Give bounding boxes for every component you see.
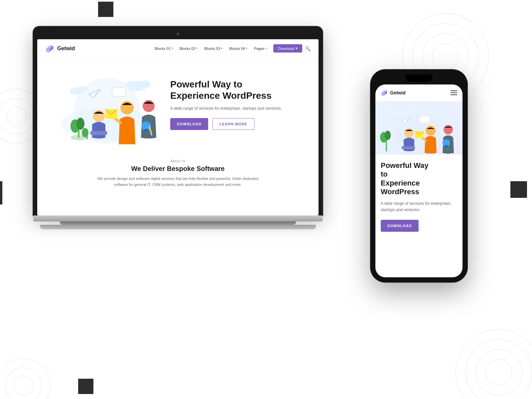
laptop-about-label: About Us bbox=[51, 159, 305, 163]
phone-hero-subtitle: A wide range of services for enterprises… bbox=[381, 200, 457, 213]
circle-group-bottom-left bbox=[0, 352, 57, 399]
phone-logo-icon bbox=[381, 89, 388, 96]
bg-square-4 bbox=[78, 379, 93, 394]
laptop-hinge bbox=[60, 221, 296, 225]
laptop-hero-text: Powerful Way toExperience WordPress A wi… bbox=[164, 79, 305, 130]
svg-point-10 bbox=[82, 128, 88, 137]
laptop-about-text: We provide design and software digital s… bbox=[95, 176, 261, 188]
svg-point-46 bbox=[394, 114, 402, 119]
nav-blocks02[interactable]: Blocks 02 ▾ bbox=[177, 45, 200, 52]
svg-point-44 bbox=[432, 111, 441, 117]
phone-nav: Getwid bbox=[375, 84, 463, 101]
phone-notch-bar bbox=[375, 74, 463, 82]
phone: Getwid bbox=[371, 70, 467, 282]
laptop-about-title: We Deliver Bespoke Software bbox=[51, 165, 305, 173]
laptop-logo-text: Getwid bbox=[57, 46, 75, 52]
bg-square-2 bbox=[0, 181, 2, 204]
phone-hamburger-button[interactable] bbox=[451, 90, 457, 95]
laptop-logo-area: Getwid bbox=[45, 44, 75, 53]
laptop-hero-section: Powerful Way toExperience WordPress A wi… bbox=[37, 58, 319, 151]
svg-rect-35 bbox=[402, 146, 415, 149]
laptop-screen: Getwid Blocks 01 ▾ Blocks 02 ▾ Blocks 03… bbox=[37, 39, 319, 215]
svg-point-28 bbox=[383, 90, 386, 93]
phone-hero-title: Powerful WaytoExperienceWordPress bbox=[381, 161, 457, 197]
svg-point-18 bbox=[144, 129, 148, 131]
laptop-screen-outer: Getwid Blocks 01 ▾ Blocks 02 ▾ Blocks 03… bbox=[33, 27, 323, 215]
nav-pages[interactable]: Pages ▾ bbox=[251, 45, 269, 52]
phone-screen: Getwid bbox=[375, 84, 463, 277]
nav-blocks03[interactable]: Blocks 03 ▾ bbox=[201, 45, 225, 52]
nav-search-icon[interactable]: 🔍 bbox=[305, 46, 311, 51]
svg-point-33 bbox=[385, 131, 391, 140]
download-chevron-icon: ▾ bbox=[296, 46, 298, 51]
laptop-nav-links: Blocks 01 ▾ Blocks 02 ▾ Blocks 03 ▾ Bloc… bbox=[152, 45, 269, 52]
nav-blocks04[interactable]: Blocks 04 ▾ bbox=[226, 45, 250, 52]
laptop-base bbox=[33, 215, 323, 221]
nav-download-button[interactable]: Download ▾ bbox=[273, 44, 302, 53]
laptop-wrapper: Getwid Blocks 01 ▾ Blocks 02 ▾ Blocks 03… bbox=[33, 27, 332, 229]
svg-point-43 bbox=[440, 111, 451, 117]
svg-point-23 bbox=[77, 86, 87, 92]
laptop-logo-icon bbox=[45, 44, 55, 53]
laptop-download-button[interactable]: DOWNLOAD bbox=[170, 118, 208, 130]
phone-download-button[interactable]: DOWNLOAD bbox=[381, 220, 419, 232]
phone-logo-text: Getwid bbox=[390, 90, 406, 95]
laptop-foot bbox=[40, 225, 316, 229]
bg-square-1 bbox=[98, 2, 113, 17]
laptop-camera bbox=[177, 33, 179, 35]
svg-point-36 bbox=[426, 126, 436, 136]
circle-group-bottom-right bbox=[452, 326, 532, 399]
svg-point-2 bbox=[48, 46, 52, 49]
laptop: Getwid Blocks 01 ▾ Blocks 02 ▾ Blocks 03… bbox=[33, 27, 323, 229]
phone-logo-area: Getwid bbox=[381, 89, 406, 96]
laptop-camera-bar bbox=[37, 31, 319, 37]
svg-rect-12 bbox=[90, 131, 107, 135]
svg-point-41 bbox=[445, 145, 448, 147]
phone-hero-content: Powerful WaytoExperienceWordPress A wide… bbox=[375, 155, 463, 238]
svg-rect-47 bbox=[420, 116, 430, 123]
svg-point-20 bbox=[136, 80, 151, 88]
svg-point-8 bbox=[76, 118, 84, 130]
hero-illustration bbox=[51, 65, 164, 144]
laptop-hero-title: Powerful Way toExperience WordPress bbox=[170, 79, 305, 101]
phone-wrapper: Getwid bbox=[371, 70, 467, 282]
phone-notch bbox=[406, 74, 432, 82]
laptop-learn-more-button[interactable]: LEARN MORE bbox=[212, 118, 255, 130]
bg-square-3 bbox=[510, 181, 527, 198]
svg-rect-24 bbox=[112, 88, 125, 96]
laptop-hero-buttons: DOWNLOAD LEARN MORE bbox=[170, 118, 305, 130]
phone-hero-illustration bbox=[375, 101, 463, 155]
svg-point-21 bbox=[126, 81, 138, 88]
nav-blocks01[interactable]: Blocks 01 ▾ bbox=[152, 45, 176, 52]
website-nav: Getwid Blocks 01 ▾ Blocks 02 ▾ Blocks 03… bbox=[37, 39, 319, 58]
laptop-hero-subtitle: A wide range of services for enterprises… bbox=[170, 105, 305, 111]
laptop-about-section: About Us We Deliver Bespoke Software We … bbox=[37, 151, 319, 196]
